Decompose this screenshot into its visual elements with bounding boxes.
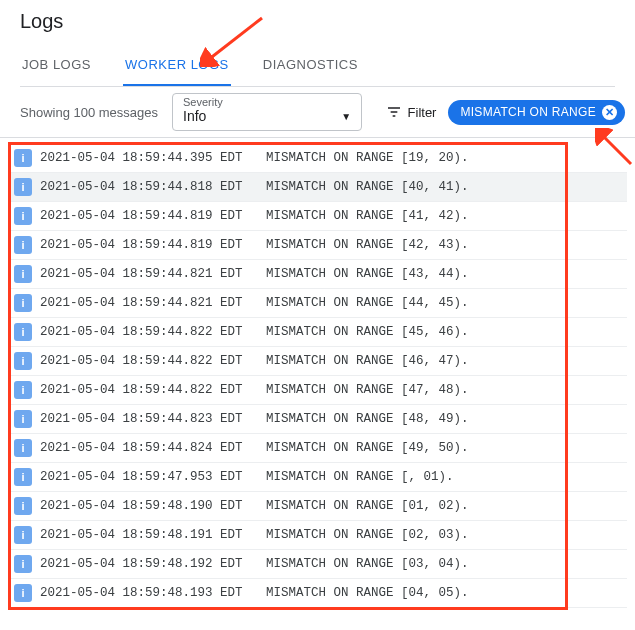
- log-timestamp: 2021-05-04 18:59:44.821 EDT: [40, 267, 243, 281]
- info-icon: i: [14, 555, 32, 573]
- log-message: MISMATCH ON RANGE [42, 43).: [266, 238, 469, 252]
- log-timestamp: 2021-05-04 18:59:44.819 EDT: [40, 209, 243, 223]
- log-timestamp: 2021-05-04 18:59:44.824 EDT: [40, 441, 243, 455]
- severity-value: Info: [183, 108, 206, 124]
- info-icon: i: [14, 584, 32, 602]
- log-row[interactable]: i2021-05-04 18:59:44.823 EDT MISMATCH ON…: [10, 405, 627, 434]
- info-icon: i: [14, 410, 32, 428]
- log-row[interactable]: i2021-05-04 18:59:44.819 EDT MISMATCH ON…: [10, 202, 627, 231]
- log-row[interactable]: i2021-05-04 18:59:44.818 EDT MISMATCH ON…: [10, 173, 627, 202]
- log-row[interactable]: i2021-05-04 18:59:44.822 EDT MISMATCH ON…: [10, 347, 627, 376]
- log-message: MISMATCH ON RANGE [40, 41).: [266, 180, 469, 194]
- info-icon: i: [14, 294, 32, 312]
- tab-job-logs[interactable]: JOB LOGS: [20, 47, 93, 86]
- log-message: MISMATCH ON RANGE [48, 49).: [266, 412, 469, 426]
- log-row[interactable]: i2021-05-04 18:59:44.821 EDT MISMATCH ON…: [10, 260, 627, 289]
- log-message: MISMATCH ON RANGE [49, 50).: [266, 441, 469, 455]
- info-icon: i: [14, 381, 32, 399]
- log-row[interactable]: i2021-05-04 18:59:48.190 EDT MISMATCH ON…: [10, 492, 627, 521]
- tab-worker-logs[interactable]: WORKER LOGS: [123, 47, 231, 86]
- log-row[interactable]: i2021-05-04 18:59:44.822 EDT MISMATCH ON…: [10, 376, 627, 405]
- log-row[interactable]: i2021-05-04 18:59:48.193 EDT MISMATCH ON…: [10, 579, 627, 608]
- filter-icon: [386, 104, 402, 120]
- caret-down-icon: ▼: [341, 111, 351, 122]
- log-message: MISMATCH ON RANGE [46, 47).: [266, 354, 469, 368]
- log-timestamp: 2021-05-04 18:59:44.822 EDT: [40, 354, 243, 368]
- info-icon: i: [14, 207, 32, 225]
- log-message: MISMATCH ON RANGE [04, 05).: [266, 586, 469, 600]
- log-row[interactable]: i2021-05-04 18:59:44.821 EDT MISMATCH ON…: [10, 289, 627, 318]
- tab-diagnostics[interactable]: DIAGNOSTICS: [261, 47, 360, 86]
- log-message: MISMATCH ON RANGE [47, 48).: [266, 383, 469, 397]
- log-timestamp: 2021-05-04 18:59:47.953 EDT: [40, 470, 243, 484]
- log-row[interactable]: i2021-05-04 18:59:44.822 EDT MISMATCH ON…: [10, 318, 627, 347]
- info-icon: i: [14, 178, 32, 196]
- info-icon: i: [14, 352, 32, 370]
- log-timestamp: 2021-05-04 18:59:44.818 EDT: [40, 180, 243, 194]
- severity-label: Severity: [183, 96, 351, 108]
- info-icon: i: [14, 497, 32, 515]
- filter-label: Filter: [408, 105, 437, 120]
- info-icon: i: [14, 149, 32, 167]
- close-icon[interactable]: ✕: [602, 105, 617, 120]
- log-timestamp: 2021-05-04 18:59:48.190 EDT: [40, 499, 243, 513]
- log-timestamp: 2021-05-04 18:59:44.822 EDT: [40, 325, 243, 339]
- log-list: i2021-05-04 18:59:44.395 EDT MISMATCH ON…: [0, 138, 635, 616]
- info-icon: i: [14, 468, 32, 486]
- log-timestamp: 2021-05-04 18:59:44.823 EDT: [40, 412, 243, 426]
- log-controls: Showing 100 messages Severity Info ▼ Fil…: [0, 87, 635, 138]
- info-icon: i: [14, 439, 32, 457]
- log-message: MISMATCH ON RANGE [, 01).: [266, 470, 454, 484]
- filter-chip[interactable]: MISMATCH ON RANGE ✕: [448, 100, 625, 125]
- log-row[interactable]: i2021-05-04 18:59:44.395 EDT MISMATCH ON…: [10, 144, 627, 173]
- log-row[interactable]: i2021-05-04 18:59:48.192 EDT MISMATCH ON…: [10, 550, 627, 579]
- log-row[interactable]: i2021-05-04 18:59:47.953 EDT MISMATCH ON…: [10, 463, 627, 492]
- info-icon: i: [14, 236, 32, 254]
- page-title: Logs: [20, 10, 615, 33]
- log-row[interactable]: i2021-05-04 18:59:48.191 EDT MISMATCH ON…: [10, 521, 627, 550]
- info-icon: i: [14, 526, 32, 544]
- log-message: MISMATCH ON RANGE [19, 20).: [266, 151, 469, 165]
- info-icon: i: [14, 265, 32, 283]
- log-timestamp: 2021-05-04 18:59:44.395 EDT: [40, 151, 243, 165]
- log-timestamp: 2021-05-04 18:59:44.822 EDT: [40, 383, 243, 397]
- showing-count: Showing 100 messages: [20, 105, 158, 120]
- log-message: MISMATCH ON RANGE [41, 42).: [266, 209, 469, 223]
- severity-select[interactable]: Severity Info ▼: [172, 93, 362, 131]
- tabs-bar: JOB LOGSWORKER LOGSDIAGNOSTICS: [20, 47, 615, 87]
- filter-button[interactable]: Filter: [384, 98, 439, 126]
- log-timestamp: 2021-05-04 18:59:48.191 EDT: [40, 528, 243, 542]
- info-icon: i: [14, 323, 32, 341]
- log-message: MISMATCH ON RANGE [43, 44).: [266, 267, 469, 281]
- log-timestamp: 2021-05-04 18:59:48.193 EDT: [40, 586, 243, 600]
- filter-chip-label: MISMATCH ON RANGE: [460, 105, 596, 119]
- log-timestamp: 2021-05-04 18:59:48.192 EDT: [40, 557, 243, 571]
- log-timestamp: 2021-05-04 18:59:44.819 EDT: [40, 238, 243, 252]
- log-row[interactable]: i2021-05-04 18:59:44.824 EDT MISMATCH ON…: [10, 434, 627, 463]
- log-row[interactable]: i2021-05-04 18:59:44.819 EDT MISMATCH ON…: [10, 231, 627, 260]
- log-timestamp: 2021-05-04 18:59:44.821 EDT: [40, 296, 243, 310]
- log-message: MISMATCH ON RANGE [44, 45).: [266, 296, 469, 310]
- log-message: MISMATCH ON RANGE [45, 46).: [266, 325, 469, 339]
- log-message: MISMATCH ON RANGE [03, 04).: [266, 557, 469, 571]
- log-message: MISMATCH ON RANGE [01, 02).: [266, 499, 469, 513]
- log-message: MISMATCH ON RANGE [02, 03).: [266, 528, 469, 542]
